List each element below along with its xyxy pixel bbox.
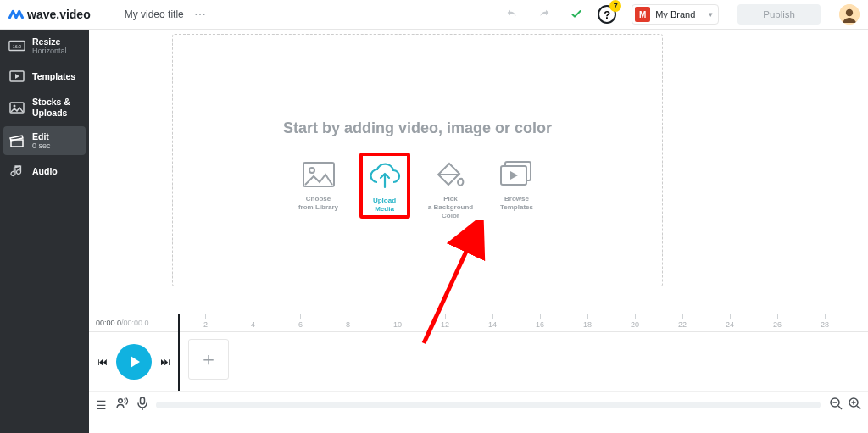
svg-rect-14 bbox=[141, 397, 145, 404]
paint-bucket-icon bbox=[434, 158, 468, 192]
ruler-tick: 28 bbox=[821, 314, 829, 331]
ruler-tick: 20 bbox=[631, 314, 639, 331]
notification-badge: 7 bbox=[609, 0, 621, 12]
ruler-tick: 26 bbox=[773, 314, 782, 331]
sidebar-item-label: Audio bbox=[32, 166, 58, 176]
option-label: UploadMedia bbox=[373, 197, 396, 214]
sidebar-item-audio[interactable]: Audio bbox=[0, 157, 89, 185]
redo-button[interactable] bbox=[535, 5, 554, 24]
ruler-tick: 8 bbox=[346, 314, 350, 331]
next-frame-button[interactable]: ⏭ bbox=[160, 356, 170, 368]
sidebar-item-edit[interactable]: Edit0 sec bbox=[3, 126, 86, 155]
ruler-tick: 10 bbox=[393, 314, 402, 331]
timeline-scrollbar[interactable] bbox=[156, 402, 821, 408]
zoom-in-button[interactable] bbox=[848, 397, 861, 413]
voiceover-button[interactable] bbox=[115, 397, 129, 413]
music-note-icon bbox=[8, 164, 25, 178]
aspect-ratio-icon: 16:9 bbox=[8, 40, 25, 52]
user-avatar[interactable] bbox=[839, 4, 860, 25]
option-label: BrowseTemplates bbox=[500, 195, 533, 212]
sidebar-item-resize[interactable]: 16:9 ResizeHorizontal bbox=[0, 30, 89, 62]
sidebar-item-stocks[interactable]: Stocks & Uploads bbox=[0, 90, 89, 125]
option-label: Picka BackgroundColor bbox=[428, 195, 473, 220]
ruler-tick: 22 bbox=[678, 314, 687, 331]
ruler-tick: 4 bbox=[251, 314, 255, 331]
microphone-button[interactable] bbox=[137, 397, 147, 413]
image-icon bbox=[8, 102, 25, 114]
brand-avatar: M bbox=[635, 7, 650, 22]
option-browse-templates[interactable]: BrowseTemplates bbox=[492, 158, 542, 212]
chevron-down-icon: ▾ bbox=[709, 10, 713, 19]
add-clip-button[interactable]: ＋ bbox=[188, 339, 229, 380]
save-status bbox=[567, 5, 586, 24]
svg-point-13 bbox=[119, 399, 123, 403]
svg-point-6 bbox=[14, 104, 16, 107]
brand-label: My Brand bbox=[655, 9, 695, 19]
undo-button[interactable] bbox=[503, 5, 521, 24]
timeline-ruler: 00:00.0/00:00.0 246810121416182022242628… bbox=[89, 314, 868, 332]
add-media-options: Choosefrom Library UploadMedia Picka Bac… bbox=[293, 158, 542, 220]
sidebar-item-label: Resize bbox=[32, 36, 67, 47]
wave-logo-icon bbox=[8, 7, 24, 22]
top-bar: wave.video My video title ⋯ ? 7 M My Bra… bbox=[0, 0, 868, 30]
svg-point-9 bbox=[309, 168, 314, 173]
cloud-upload-icon bbox=[368, 159, 402, 193]
publish-button[interactable]: Publish bbox=[737, 4, 821, 25]
microphone-icon bbox=[137, 397, 147, 410]
canvas-area: Start by adding video, image or color Ch… bbox=[89, 30, 868, 314]
clapper-icon bbox=[8, 134, 25, 147]
ruler-tick: 24 bbox=[726, 314, 734, 331]
brand-selector[interactable]: M My Brand ▾ bbox=[632, 4, 719, 25]
bottom-toolbar: ☰ bbox=[89, 391, 868, 417]
ruler-scale[interactable]: 24681012141618202224262830 bbox=[178, 314, 868, 331]
ruler-tick: 12 bbox=[441, 314, 449, 331]
zoom-out-button[interactable] bbox=[829, 397, 843, 413]
option-choose-library[interactable]: Choosefrom Library bbox=[293, 158, 344, 212]
time-readout: 00:00.0/00:00.0 bbox=[89, 319, 178, 327]
redo-icon bbox=[537, 8, 551, 21]
app-logo[interactable]: wave.video bbox=[8, 7, 91, 22]
sidebar-item-label: Edit bbox=[32, 131, 51, 142]
project-title[interactable]: My video title bbox=[125, 8, 184, 20]
person-voice-icon bbox=[115, 397, 129, 410]
ruler-tick: 6 bbox=[298, 314, 303, 331]
timeline-track[interactable]: ＋ bbox=[178, 332, 868, 391]
option-upload-media[interactable]: UploadMedia bbox=[359, 153, 410, 219]
svg-point-1 bbox=[846, 9, 853, 16]
help-button[interactable]: ? 7 bbox=[598, 5, 616, 24]
sidebar-item-templates[interactable]: Templates bbox=[0, 62, 89, 90]
more-menu-icon[interactable]: ⋯ bbox=[194, 8, 206, 21]
playback-controls: ⏮ ⏭ bbox=[89, 344, 178, 380]
plus-icon: ＋ bbox=[199, 347, 218, 372]
svg-text:16:9: 16:9 bbox=[13, 44, 22, 49]
play-button[interactable] bbox=[116, 344, 152, 380]
playhead[interactable] bbox=[178, 314, 180, 391]
sidebar-item-sublabel: 0 sec bbox=[32, 142, 51, 150]
canvas-empty-state: Start by adding video, image or color Ch… bbox=[172, 34, 663, 286]
option-background-color[interactable]: Picka BackgroundColor bbox=[426, 158, 476, 220]
left-sidebar: 16:9 ResizeHorizontal Templates Stocks &… bbox=[0, 30, 89, 433]
zoom-in-icon bbox=[848, 397, 861, 410]
empty-state-heading: Start by adding video, image or color bbox=[283, 119, 552, 137]
ruler-tick: 2 bbox=[203, 314, 208, 331]
ruler-tick: 14 bbox=[488, 314, 497, 331]
ruler-tick: 16 bbox=[536, 314, 544, 331]
sidebar-item-label: Templates bbox=[32, 71, 75, 81]
checkmark-icon bbox=[570, 8, 583, 21]
sidebar-item-label: Stocks & Uploads bbox=[32, 97, 81, 118]
avatar-icon bbox=[839, 4, 860, 25]
templates-icon bbox=[8, 70, 25, 82]
option-label: Choosefrom Library bbox=[298, 195, 338, 212]
ruler-tick: 18 bbox=[583, 314, 592, 331]
logo-text: wave.video bbox=[27, 8, 91, 21]
undo-icon bbox=[505, 8, 519, 21]
play-icon bbox=[126, 354, 142, 369]
zoom-out-icon bbox=[829, 397, 843, 410]
sidebar-item-sublabel: Horizontal bbox=[32, 47, 67, 55]
timeline-track-row: ⏮ ⏭ ＋ bbox=[89, 332, 868, 391]
prev-frame-button[interactable]: ⏮ bbox=[97, 356, 108, 368]
list-view-toggle[interactable]: ☰ bbox=[96, 398, 107, 412]
svg-line-17 bbox=[838, 406, 842, 409]
browse-templates-icon bbox=[498, 158, 536, 192]
library-icon bbox=[302, 158, 336, 192]
